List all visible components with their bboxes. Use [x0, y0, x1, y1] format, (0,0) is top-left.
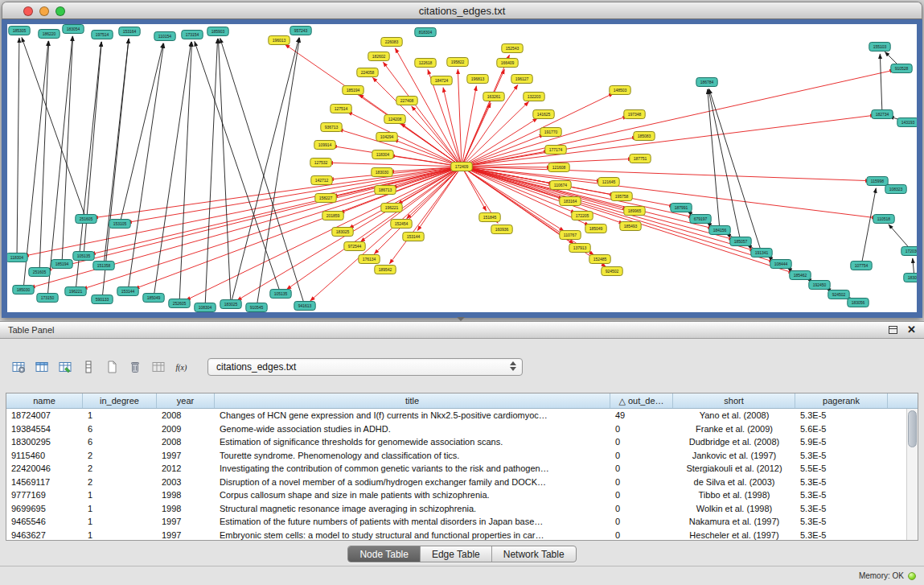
graph-node[interactable]: 183056: [904, 274, 917, 282]
table-row[interactable]: 911546021997Tourette syndrome. Phenomeno…: [6, 449, 906, 463]
graph-node[interactable]: 184156: [709, 226, 730, 235]
table-row[interactable]: 946362711997Embryonic stem cells: a mode…: [6, 529, 906, 542]
graph-node[interactable]: 107754: [851, 262, 872, 270]
graph-node[interactable]: 251605: [76, 215, 97, 224]
graph-node[interactable]: 151845: [479, 213, 500, 222]
graph-node[interactable]: 153144: [117, 287, 138, 296]
graph-node[interactable]: 110518: [873, 215, 894, 224]
select-columns-icon[interactable]: [31, 358, 51, 376]
graph-node[interactable]: 151358: [93, 262, 114, 270]
graph-node[interactable]: 196127: [511, 75, 532, 84]
graph-node[interactable]: 127514: [331, 105, 351, 113]
graph-node[interactable]: 105135: [73, 252, 94, 261]
column-header-pagerank[interactable]: pagerank: [795, 393, 888, 408]
graph-node[interactable]: 187751: [630, 154, 651, 163]
graph-node[interactable]: 224058: [357, 68, 378, 77]
graph-node[interactable]: 679197: [690, 215, 711, 224]
graph-node[interactable]: 110674: [550, 181, 571, 190]
graph-node[interactable]: 118304: [7, 253, 27, 262]
column-header-out_de[interactable]: △ out_de…: [610, 393, 673, 408]
network-canvas[interactable]: 1724092240581851941275149367131099141275…: [7, 24, 917, 312]
graph-node[interactable]: 185049: [585, 225, 606, 233]
graph-node[interactable]: 152485: [589, 255, 610, 264]
graph-node[interactable]: 252605: [169, 299, 190, 308]
graph-node[interactable]: 153144: [403, 233, 424, 241]
table-scrollbar[interactable]: [906, 409, 918, 540]
graph-node[interactable]: 185903: [207, 27, 228, 36]
graph-node[interactable]: 195758: [611, 192, 632, 201]
graph-node[interactable]: 172205: [572, 212, 593, 220]
graph-node[interactable]: 160936: [491, 225, 512, 234]
graph-node[interactable]: 176134: [359, 255, 380, 264]
graph-node[interactable]: 201859: [322, 212, 343, 220]
graph-node[interactable]: 163261: [483, 93, 504, 101]
table-row[interactable]: 2242004622012Investigating the contribut…: [6, 462, 906, 476]
graph-node[interactable]: 173154: [182, 31, 203, 39]
graph-node[interactable]: 185305: [9, 27, 30, 35]
table-row[interactable]: 1830029562008Estimation of significance …: [6, 435, 906, 449]
new-table-icon[interactable]: [101, 358, 121, 376]
graph-node[interactable]: 183164: [560, 197, 581, 206]
minimize-window-icon[interactable]: [39, 6, 49, 16]
graph-node[interactable]: 941613: [294, 302, 315, 311]
graph-node[interactable]: 187991: [671, 204, 692, 212]
graph-node[interactable]: 191770: [540, 128, 561, 137]
row-selection-icon[interactable]: [78, 358, 98, 376]
graph-node[interactable]: 115998: [867, 177, 888, 186]
graph-node[interactable]: 142712: [311, 176, 332, 185]
graph-node[interactable]: 105135: [270, 290, 291, 299]
tab-node-table[interactable]: Node Table: [348, 546, 421, 562]
graph-node[interactable]: 195822: [447, 58, 468, 67]
graph-node[interactable]: 185493: [620, 222, 641, 231]
graph-node[interactable]: 189965: [624, 207, 645, 216]
graph-node[interactable]: 185030: [13, 286, 34, 295]
graph-node[interactable]: 924502: [602, 267, 622, 276]
create-column-icon[interactable]: [55, 358, 75, 376]
graph-node[interactable]: 924502: [828, 290, 849, 299]
graph-node[interactable]: 196221: [381, 204, 402, 212]
graph-node[interactable]: 121645: [598, 178, 619, 187]
graph-node[interactable]: 183030: [372, 168, 392, 177]
graph-node[interactable]: 141625: [533, 110, 554, 119]
graph-node[interactable]: 251605: [29, 268, 50, 277]
graph-node[interactable]: 186220: [39, 30, 60, 39]
graph-node[interactable]: 936713: [321, 123, 342, 132]
table-row[interactable]: 1872400712008Changes of HCN gene express…: [6, 409, 906, 422]
graph-node[interactable]: 191341: [751, 249, 772, 257]
table-row[interactable]: 977716911998Corpus callosum shape and si…: [6, 488, 906, 502]
graph-node[interactable]: 124208: [384, 115, 405, 124]
graph-node[interactable]: 172409: [451, 163, 472, 171]
table-row[interactable]: 946554611997Estimation of the future num…: [6, 515, 906, 529]
graph-node[interactable]: 108323: [885, 185, 906, 194]
graph-node[interactable]: 910545: [246, 303, 267, 312]
delete-table-icon[interactable]: [125, 358, 145, 376]
graph-node[interactable]: 166409: [497, 59, 518, 68]
table-row[interactable]: 1456911722003Disruption of a novel membe…: [6, 476, 906, 489]
graph-node[interactable]: 110154: [154, 32, 175, 41]
table-row[interactable]: 1938455462009Genome-wide association stu…: [6, 422, 906, 436]
graph-node[interactable]: 227408: [396, 97, 417, 105]
graph-node[interactable]: 196813: [467, 75, 488, 84]
tab-edge-table[interactable]: Edge Table: [421, 546, 492, 562]
graph-node[interactable]: 158227: [315, 194, 336, 203]
graph-node[interactable]: 910528: [891, 64, 912, 73]
graph-node[interactable]: 143193: [897, 118, 917, 127]
function-builder-icon[interactable]: f(x): [171, 358, 191, 376]
graph-node[interactable]: 104294: [376, 133, 397, 142]
graph-node[interactable]: 177174: [545, 146, 566, 154]
window-titlebar[interactable]: citations_edges.txt: [2, 2, 922, 19]
graph-node[interactable]: 152454: [391, 220, 412, 229]
zoom-window-icon[interactable]: [55, 6, 65, 16]
float-panel-icon[interactable]: [889, 326, 897, 334]
close-panel-icon[interactable]: ✕: [907, 326, 916, 334]
graph-node[interactable]: 185462: [790, 271, 811, 280]
graph-node[interactable]: 153105: [109, 220, 130, 229]
tab-network-table[interactable]: Network Table: [492, 546, 576, 562]
column-header-name[interactable]: name: [6, 393, 83, 408]
column-header-title[interactable]: title: [215, 393, 610, 408]
graph-node[interactable]: 152543: [502, 44, 523, 53]
graph-node[interactable]: 183025: [332, 228, 353, 237]
graph-node[interactable]: 185194: [51, 260, 72, 269]
graph-node[interactable]: 148503: [610, 86, 630, 95]
column-header-in_degree[interactable]: in_degree: [83, 393, 157, 408]
